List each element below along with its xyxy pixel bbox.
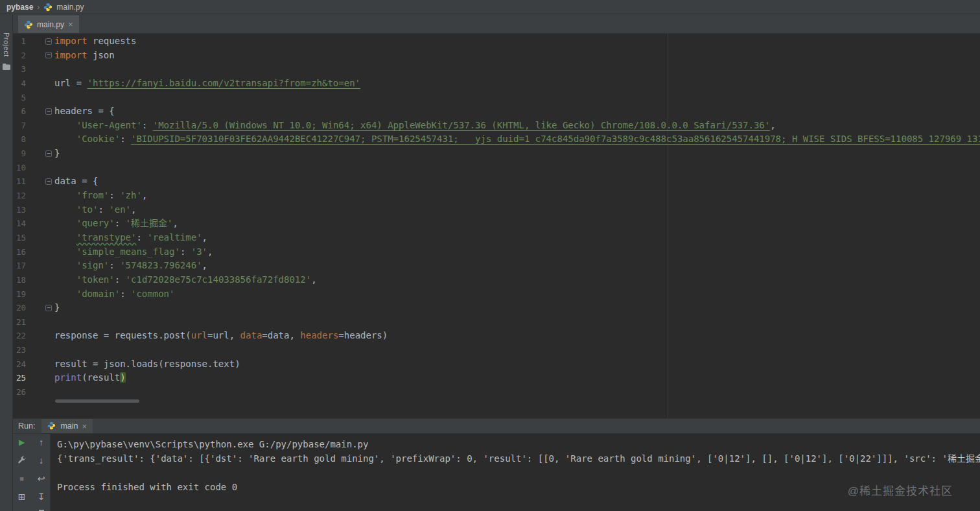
code-text: 'query': '稀土掘金', <box>54 217 178 231</box>
code-line[interactable]: 8 'Cookie': 'BIDUPSID=5F70310F03FE62AA94… <box>13 132 980 147</box>
fold-gutter <box>26 203 54 217</box>
code-text: result = json.loads(response.text) <box>54 357 240 372</box>
code-line[interactable]: 13 'to': 'en', <box>13 203 980 217</box>
stop-icon: ■ <box>17 473 27 484</box>
fold-gutter <box>26 259 54 273</box>
soft-wrap-icon[interactable]: ↩ <box>36 473 47 484</box>
run-label: Run: <box>13 422 41 431</box>
code-text: 'simple_means_flag': '3', <box>54 245 213 259</box>
code-line[interactable]: 12 'from': 'zh', <box>13 189 980 203</box>
rerun-icon[interactable]: ▶ <box>17 437 27 447</box>
code-line[interactable]: 3 <box>13 62 980 77</box>
wrench-icon[interactable] <box>17 455 27 466</box>
line-number: 2 <box>13 49 26 63</box>
line-number: 1 <box>13 34 26 49</box>
down-stack-icon[interactable]: ↓ <box>36 455 47 466</box>
code-line[interactable]: 22response = requests.post(url=url, data… <box>13 329 980 343</box>
code-text: 'Cookie': 'BIDUPSID=5F70310F03FE62AA9442… <box>54 132 980 147</box>
fold-marker-icon[interactable]: − <box>26 174 54 189</box>
code-editor[interactable]: 1−import requests2−import json34url = 'h… <box>13 34 980 418</box>
line-number: 26 <box>13 385 26 399</box>
code-line[interactable]: 17 'sign': '574823.796246', <box>13 259 980 273</box>
run-console[interactable]: G:\py\pybase\venv\Scripts\python.exe G:/… <box>51 434 980 511</box>
code-line[interactable]: 14 'query': '稀土掘金', <box>13 217 980 231</box>
close-icon[interactable]: × <box>82 422 88 431</box>
fold-gutter <box>26 62 54 77</box>
line-number: 9 <box>13 147 26 161</box>
tab-label: main.py <box>37 20 64 29</box>
python-icon <box>43 3 52 12</box>
code-line[interactable]: 16 'simple_means_flag': '3', <box>13 245 980 259</box>
folder-icon[interactable] <box>3 64 10 70</box>
line-number: 23 <box>13 343 26 357</box>
horizontal-scrollbar[interactable] <box>55 399 139 403</box>
scroll-to-end-icon[interactable]: ↧ <box>36 492 47 502</box>
code-text: url = 'https://fanyi.baidu.com/v2transap… <box>54 77 360 91</box>
line-number: 21 <box>13 315 26 329</box>
line-number: 24 <box>13 357 26 372</box>
fold-gutter <box>26 189 54 203</box>
project-tool-button[interactable]: Project <box>3 32 10 57</box>
code-line[interactable]: 19 'domain': 'common' <box>13 287 980 302</box>
code-line[interactable]: 10 <box>13 161 980 175</box>
fold-gutter <box>26 217 54 231</box>
code-text: import json <box>54 49 115 63</box>
fold-minus-icon[interactable]: − <box>45 38 52 45</box>
fold-gutter <box>26 119 54 133</box>
code-line[interactable]: 9−} <box>13 147 980 161</box>
breadcrumb-project[interactable]: pybase <box>6 3 33 12</box>
code-line[interactable]: 2−import json <box>13 49 980 63</box>
code-line[interactable]: 23 <box>13 343 980 357</box>
line-number: 25 <box>13 371 26 385</box>
code-line[interactable]: 21 <box>13 315 980 329</box>
code-text: 'domain': 'common' <box>54 287 174 302</box>
up-stack-icon[interactable]: ↑ <box>36 437 47 447</box>
code-text: import requests <box>54 34 136 49</box>
code-line[interactable]: 24result = json.loads(response.text) <box>13 357 980 372</box>
line-number: 16 <box>13 245 26 259</box>
code-line[interactable]: 11−data = { <box>13 174 980 189</box>
fold-gutter <box>26 287 54 302</box>
code-line[interactable]: 1−import requests <box>13 34 980 49</box>
fold-gutter <box>26 245 54 259</box>
fold-marker-icon[interactable]: − <box>26 104 54 119</box>
fold-marker-icon[interactable]: − <box>26 147 54 161</box>
fold-gutter <box>26 343 54 357</box>
fold-minus-icon[interactable]: − <box>45 305 52 311</box>
fold-minus-icon[interactable]: − <box>45 178 52 185</box>
code-text: data = { <box>54 174 98 189</box>
code-text: } <box>54 301 60 315</box>
code-line[interactable]: 15 'transtype': 'realtime', <box>13 231 980 245</box>
fold-gutter <box>26 132 54 147</box>
fold-marker-icon[interactable]: − <box>26 301 54 315</box>
editor-tab-main-py[interactable]: main.py × <box>18 16 79 33</box>
fold-marker-icon[interactable]: − <box>26 49 54 63</box>
fold-gutter <box>26 357 54 372</box>
fold-minus-icon[interactable]: − <box>45 52 52 58</box>
code-text: } <box>54 147 60 161</box>
fold-minus-icon[interactable]: − <box>45 150 52 157</box>
run-panel-header: Run: main × <box>13 418 980 434</box>
fold-minus-icon[interactable]: − <box>45 108 52 115</box>
line-number: 17 <box>13 259 26 273</box>
breadcrumb: pybase › main.py <box>0 0 980 14</box>
python-icon <box>24 20 33 29</box>
code-line[interactable]: 20−} <box>13 301 980 315</box>
code-line[interactable]: 6−headers = { <box>13 104 980 119</box>
run-tab-main[interactable]: main × <box>41 419 93 433</box>
code-line[interactable]: 7 'User-Agent': 'Mozilla/5.0 (Windows NT… <box>13 119 980 133</box>
layout-icon[interactable]: ⊞ <box>17 492 27 502</box>
fold-marker-icon[interactable]: − <box>26 34 54 49</box>
console-line: G:\py\pybase\venv\Scripts\python.exe G:/… <box>57 437 980 451</box>
code-line[interactable]: 5 <box>13 91 980 105</box>
fold-gutter <box>26 231 54 245</box>
close-icon[interactable]: × <box>68 20 73 29</box>
run-panel-body: ▶ ■ ⊞ ↑ ↓ ↩ ↧ G:\py\pybase\venv\Scripts\… <box>13 434 980 511</box>
code-text: 'from': 'zh', <box>54 189 147 203</box>
code-line[interactable]: 26 <box>13 385 980 399</box>
code-line[interactable]: 4url = 'https://fanyi.baidu.com/v2transa… <box>13 77 980 91</box>
code-line[interactable]: 18 'token': 'c1d72028e75c7c14033856fa72f… <box>13 273 980 287</box>
breadcrumb-file[interactable]: main.py <box>56 3 84 12</box>
code-line[interactable]: 25print(result) <box>13 371 980 385</box>
run-toolbar-outer-column: ▶ ■ ⊞ <box>15 437 29 511</box>
